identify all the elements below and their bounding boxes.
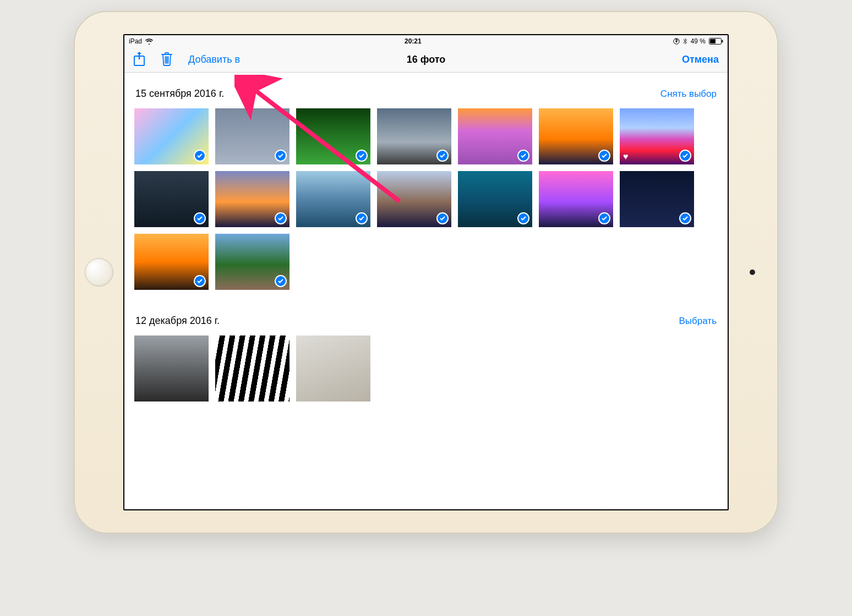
deselect-all-button[interactable]: Снять выбор [660, 89, 717, 100]
photo-thumb[interactable] [296, 171, 370, 227]
add-to-button[interactable]: Добавить в [188, 54, 240, 65]
cancel-button[interactable]: Отмена [682, 54, 719, 65]
selected-check-icon [356, 150, 368, 162]
favorite-heart-icon: ♥ [623, 152, 629, 162]
delete-button[interactable] [161, 52, 173, 68]
battery-icon [709, 38, 723, 45]
photo-thumb[interactable] [377, 108, 451, 164]
select-all-button[interactable]: Выбрать [679, 316, 717, 327]
photo-thumb[interactable] [620, 171, 694, 227]
selected-check-icon [679, 212, 691, 224]
selected-check-icon [356, 212, 368, 224]
ipad-frame: iPad 20:21 49 % [74, 11, 778, 534]
bluetooth-icon [683, 38, 687, 45]
status-bar: iPad 20:21 49 % [124, 35, 728, 47]
clock: 20:21 [405, 37, 422, 45]
selected-check-icon [598, 150, 610, 162]
share-button[interactable] [133, 51, 145, 69]
photo-thumb[interactable] [134, 336, 209, 402]
selected-check-icon [517, 212, 529, 224]
svg-rect-3 [710, 39, 716, 43]
photo-thumb[interactable] [215, 234, 290, 290]
selected-check-icon [275, 275, 287, 287]
photo-thumb[interactable] [134, 171, 209, 227]
photo-thumb[interactable] [134, 108, 209, 164]
selected-check-icon [275, 150, 287, 162]
screen: iPad 20:21 49 % [123, 34, 729, 510]
svg-rect-1 [675, 41, 677, 42]
selected-check-icon [194, 212, 206, 224]
toolbar: Добавить в 16 фото Отмена [124, 47, 728, 73]
photo-thumb[interactable] [458, 108, 532, 164]
photo-thumb[interactable] [296, 108, 370, 164]
photo-thumb[interactable]: ♥ [620, 108, 694, 164]
orientation-lock-icon [673, 38, 680, 45]
photo-thumb[interactable] [134, 234, 209, 290]
wifi-icon [145, 38, 153, 45]
selected-check-icon [517, 150, 529, 162]
photo-thumb[interactable] [296, 336, 370, 402]
photo-thumb[interactable] [215, 336, 290, 402]
selected-check-icon [598, 212, 610, 224]
photo-thumb[interactable] [539, 108, 613, 164]
section-date: 12 декабря 2016 г. [135, 315, 220, 327]
selected-check-icon [194, 275, 206, 287]
photo-thumb[interactable] [539, 171, 613, 227]
content[interactable]: 15 сентября 2016 г. Снять выбор ♥ [124, 73, 728, 509]
section-header: 15 сентября 2016 г. Снять выбор [124, 73, 728, 105]
section-header: 12 декабря 2016 г. Выбрать [124, 300, 728, 332]
battery-percent: 49 % [691, 37, 706, 45]
selected-check-icon [679, 150, 691, 162]
svg-rect-4 [722, 40, 723, 43]
photo-thumb[interactable] [215, 171, 290, 227]
photo-thumb[interactable] [377, 171, 451, 227]
photo-grid: ♥ [124, 105, 728, 300]
selected-check-icon [194, 150, 206, 162]
photo-thumb[interactable] [458, 171, 532, 227]
home-button[interactable] [85, 258, 113, 287]
selected-check-icon [436, 150, 449, 162]
photo-grid [124, 332, 728, 411]
front-camera [750, 270, 755, 275]
photo-thumb[interactable] [215, 108, 290, 164]
section-date: 15 сентября 2016 г. [135, 88, 224, 100]
selected-check-icon [436, 212, 449, 224]
device-label: iPad [129, 37, 142, 45]
selected-check-icon [275, 212, 287, 224]
